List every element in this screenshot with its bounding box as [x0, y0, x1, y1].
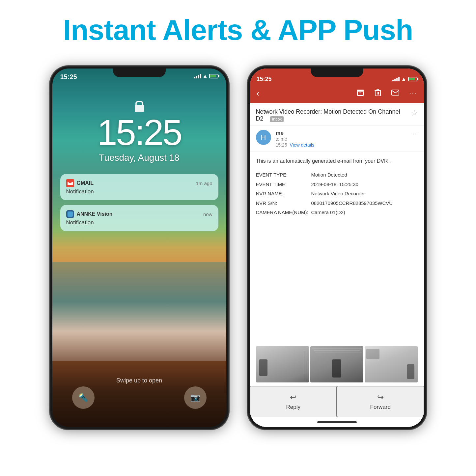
sender-time: 15:25: [276, 142, 287, 148]
sender-time-row: 15:25 View details: [276, 142, 408, 148]
left-phone: 15:25 ▲: [50, 67, 228, 429]
sender-name: me: [276, 130, 408, 136]
notif-body-gmail: Notification: [66, 188, 212, 195]
notif-header-gmail: GMAIL 1m ago: [66, 179, 212, 187]
email-toolbar: ‹: [250, 85, 424, 103]
flashlight-button[interactable]: 🔦: [72, 386, 95, 409]
email-subject-container: Network Video Recorder: Motion Detected …: [256, 108, 411, 122]
delete-icon[interactable]: [374, 89, 381, 98]
screen-left: 15:25 ▲: [52, 69, 226, 427]
email-details-table: EVENT TYPE: Motion Detected EVENT TIME: …: [256, 170, 418, 217]
detail-value-nvr-name: Network Video Recorder: [311, 189, 418, 199]
signal-icon: [194, 74, 201, 78]
star-icon[interactable]: ☆: [411, 108, 418, 118]
notif-app-row-annke: ANNKE Vision: [66, 210, 113, 218]
battery-fill-right: [409, 78, 415, 80]
reply-icon: ↩: [290, 393, 296, 402]
flashlight-icon: 🔦: [78, 393, 88, 402]
detail-label-nvr-name: NVR NAME:: [256, 189, 309, 199]
camera-button[interactable]: 📷: [184, 386, 207, 409]
thumbnail-1: [256, 346, 309, 382]
svg-rect-3: [357, 91, 363, 96]
email-content: Network Video Recorder: Motion Detected …: [250, 103, 424, 427]
more-options-icon[interactable]: ···: [409, 89, 417, 98]
notification-gmail: GMAIL 1m ago Notification: [60, 174, 218, 200]
camera-icon: 📷: [190, 393, 200, 402]
forward-button[interactable]: ↪ Forward: [337, 386, 424, 417]
ocean-overlay: [52, 262, 226, 361]
svg-rect-0: [135, 105, 144, 112]
svg-rect-9: [378, 92, 379, 95]
lock-screen: 15:25 ▲: [52, 69, 226, 427]
reply-button[interactable]: ↩ Reply: [250, 386, 337, 417]
detail-value-event-time: 2019-08-18, 15:25:30: [311, 180, 418, 189]
swipe-up-text: Swipe up to open: [116, 377, 162, 384]
battery-icon-left: [209, 74, 218, 78]
email-body: This is an automatically generated e-mai…: [250, 152, 424, 346]
sender-options-icon[interactable]: ···: [412, 130, 418, 137]
view-details-link[interactable]: View details: [290, 142, 314, 148]
signal-icon-right: [392, 77, 400, 81]
screen-right: 15:25 ▲: [250, 69, 424, 427]
status-time-left: 15:25: [60, 73, 77, 81]
annke-icon: [66, 210, 74, 218]
notif-time-gmail: 1m ago: [196, 181, 212, 186]
detail-row-nvr-name: NVR NAME: Network Video Recorder: [256, 189, 418, 199]
detail-row-event-time: EVENT TIME: 2019-08-18, 15:25:30: [256, 180, 418, 189]
notif-time-annke: now: [203, 211, 212, 217]
email-screen: 15:25 ▲: [250, 69, 424, 427]
phones-container: 15:25 ▲: [0, 67, 476, 429]
detail-row-nvr-sn: NVR S/N: 0820170905CCRR828597035WCVU: [256, 199, 418, 208]
wifi-icon-right: ▲: [401, 76, 406, 82]
sender-row: H me to me 15:25 View details ···: [250, 126, 424, 152]
svg-rect-8: [377, 92, 378, 95]
battery-fill: [210, 75, 216, 77]
svg-rect-4: [359, 93, 361, 93]
inbox-badge: Inbox: [270, 116, 284, 122]
detail-label-event-type: EVENT TYPE:: [256, 170, 309, 180]
notif-app-name-gmail: GMAIL: [77, 180, 94, 186]
back-button[interactable]: ‹: [257, 88, 260, 98]
thumbnail-3: [365, 346, 418, 382]
forward-label: Forward: [370, 404, 391, 410]
svg-rect-7: [377, 89, 379, 90]
bottom-icons: 🔦 📷: [52, 386, 226, 409]
detail-label-camera: CAMERA NAME(NUM):: [256, 208, 309, 217]
status-icons-left: ▲: [194, 73, 218, 79]
detail-value-event-type: Motion Detected: [311, 170, 418, 180]
detail-row-event-type: EVENT TYPE: Motion Detected: [256, 170, 418, 180]
notif-header-annke: ANNKE Vision now: [66, 210, 212, 218]
email-icon[interactable]: [391, 90, 399, 97]
sender-avatar: H: [256, 130, 271, 145]
sender-info: me to me 15:25 View details: [276, 130, 408, 148]
email-subject-row: Network Video Recorder: Motion Detected …: [250, 103, 424, 126]
detail-label-event-time: EVENT TIME:: [256, 180, 309, 189]
right-phone: 15:25 ▲: [248, 67, 426, 429]
page-title: Instant Alerts & APP Push: [63, 13, 413, 47]
notif-app-row-gmail: GMAIL: [66, 179, 94, 187]
email-status-icons: ▲: [392, 76, 417, 82]
forward-icon: ↪: [377, 393, 384, 402]
detail-value-nvr-sn: 0820170905CCRR828597035WCVU: [311, 199, 418, 208]
detail-row-camera: CAMERA NAME(NUM): Camera 01(D2): [256, 208, 418, 217]
detail-value-camera: Camera 01(D2): [311, 208, 418, 217]
gmail-icon: [66, 179, 74, 187]
email-thumbnails: [250, 346, 424, 386]
home-indicator: [250, 417, 424, 427]
reply-label: Reply: [286, 404, 300, 410]
email-action-bar: ↩ Reply ↪ Forward: [250, 386, 424, 417]
thumbnail-2: [310, 346, 363, 382]
notif-body-annke: Notification: [66, 219, 212, 226]
status-time-right: 15:25: [257, 76, 272, 83]
email-intro: This is an automatically generated e-mai…: [256, 157, 418, 165]
notif-app-name-annke: ANNKE Vision: [77, 211, 113, 217]
archive-icon[interactable]: [356, 89, 364, 98]
wifi-icon: ▲: [203, 73, 208, 79]
notifications-area: GMAIL 1m ago Notification: [60, 174, 218, 236]
detail-label-nvr-sn: NVR S/N:: [256, 199, 309, 208]
sender-to: to me: [276, 136, 408, 142]
battery-icon-right: [408, 77, 417, 81]
svg-rect-6: [375, 91, 380, 96]
home-bar: [317, 421, 357, 423]
svg-rect-2: [357, 90, 364, 91]
